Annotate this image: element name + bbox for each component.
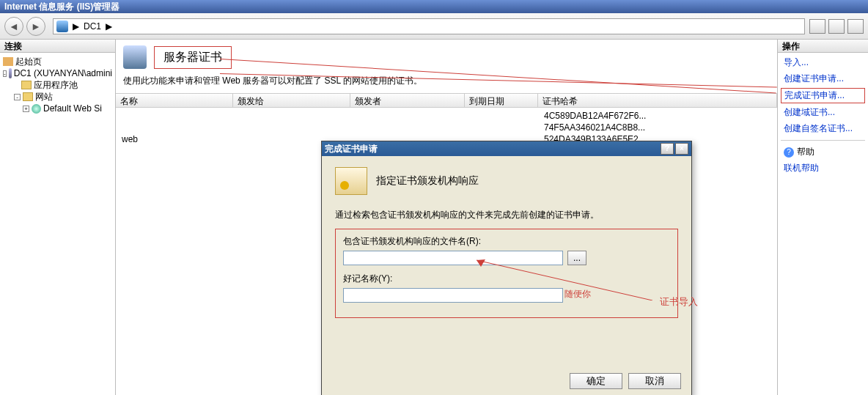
dialog-title: 完成证书申请 [325, 143, 659, 155]
dialog-help-button[interactable]: ? [661, 143, 674, 155]
col-expires[interactable]: 到期日期 [465, 94, 538, 107]
nav-help-button[interactable] [847, 19, 864, 34]
certificate-icon [335, 167, 367, 195]
connections-header: 连接 [0, 40, 115, 53]
folder-icon [23, 92, 33, 101]
action-online-help[interactable]: 联机帮助 [781, 161, 865, 175]
help-icon: ? [784, 147, 794, 158]
forward-button[interactable]: ► [26, 17, 45, 36]
action-create-domain[interactable]: 创建域证书... [781, 106, 865, 119]
back-button[interactable]: ◄ [4, 17, 23, 36]
file-name-label: 包含证书颁发机构响应的文件名(R): [343, 235, 670, 248]
tree-start-page[interactable]: 起始页 [3, 56, 112, 67]
ok-button[interactable]: 确定 [570, 373, 622, 389]
table-row[interactable]: 74F5AA346021A4C8B8... [122, 122, 771, 134]
page-title: 服务器证书 [154, 46, 232, 69]
nav-bar: ◄ ► ▶ DC1 ▶ [0, 13, 868, 40]
nav-settings-button[interactable] [828, 19, 845, 34]
collapse-icon[interactable]: - [3, 70, 7, 77]
table-row[interactable]: 4C589DAB12A4F672F6... [122, 111, 771, 122]
file-name-input[interactable] [343, 251, 563, 265]
complete-cert-request-dialog: 完成证书申请 ? × 指定证书颁发机构响应 通过检索包含证书颁发机构响应的文件来… [321, 141, 692, 395]
expand-icon[interactable]: + [23, 106, 29, 112]
breadcrumb-sep: ▶ [73, 21, 79, 32]
friendly-name-label: 好记名称(Y): [343, 273, 670, 285]
breadcrumb-sep: ▶ [106, 21, 112, 32]
tree-server[interactable]: - DC1 (XUYANYAN\admini [3, 67, 112, 79]
action-complete-request[interactable]: 完成证书申请... [781, 88, 865, 103]
collapse-icon[interactable]: - [14, 94, 21, 100]
dialog-heading: 指定证书颁发机构响应 [376, 174, 479, 188]
breadcrumb-server[interactable]: DC1 [84, 21, 101, 32]
nav-refresh-button[interactable] [809, 19, 825, 34]
action-create-self-signed[interactable]: 创建自签名证书... [781, 122, 865, 136]
browse-button[interactable]: ... [567, 251, 586, 265]
connections-tree: 起始页 - DC1 (XUYANYAN\admini 应用程序池 - 网站 + [0, 53, 115, 395]
server-certificates-icon [123, 45, 147, 69]
server-icon [9, 68, 12, 78]
divider [781, 140, 865, 141]
friendly-name-input[interactable] [343, 288, 563, 303]
home-icon [3, 57, 13, 66]
tree-app-pools[interactable]: 应用程序池 [3, 79, 112, 91]
action-create-request[interactable]: 创建证书申请... [781, 72, 865, 86]
col-issued-to[interactable]: 颁发给 [233, 94, 350, 107]
action-import[interactable]: 导入... [781, 56, 865, 70]
arrow-right-icon: ► [31, 21, 41, 32]
dialog-close-button[interactable]: × [675, 143, 688, 155]
tree-default-site[interactable]: + Default Web Si [3, 103, 112, 114]
dialog-field-group: 包含证书颁发机构响应的文件名(R): ... 好记名称(Y): 随便你 [335, 229, 678, 318]
tree-sites[interactable]: - 网站 [3, 91, 112, 103]
annotation-note: 随便你 [564, 288, 591, 303]
col-hash[interactable]: 证书哈希 [538, 94, 777, 107]
folder-icon [21, 81, 32, 89]
column-headers: 名称 颁发给 颁发者 到期日期 证书哈希 [116, 93, 777, 108]
action-help[interactable]: ? 帮助 [781, 145, 865, 159]
server-icon [56, 21, 68, 32]
window-title: Internet 信息服务 (IIS)管理器 [4, 1, 119, 12]
window-title-bar: Internet 信息服务 (IIS)管理器 [0, 0, 868, 13]
dialog-title-bar[interactable]: 完成证书申请 ? × [322, 141, 691, 156]
page-description: 使用此功能来申请和管理 Web 服务器可以对配置了 SSL 的网站使用的证书。 [116, 69, 777, 93]
actions-header: 操作 [778, 40, 868, 53]
cancel-button[interactable]: 取消 [628, 373, 681, 389]
globe-icon [32, 104, 41, 114]
col-name[interactable]: 名称 [116, 94, 233, 107]
breadcrumb[interactable]: ▶ DC1 ▶ [53, 18, 805, 34]
col-issued-by[interactable]: 颁发者 [350, 94, 465, 107]
arrow-left-icon: ◄ [9, 21, 19, 32]
dialog-description: 通过检索包含证书颁发机构响应的文件来完成先前创建的证书申请。 [335, 209, 678, 221]
